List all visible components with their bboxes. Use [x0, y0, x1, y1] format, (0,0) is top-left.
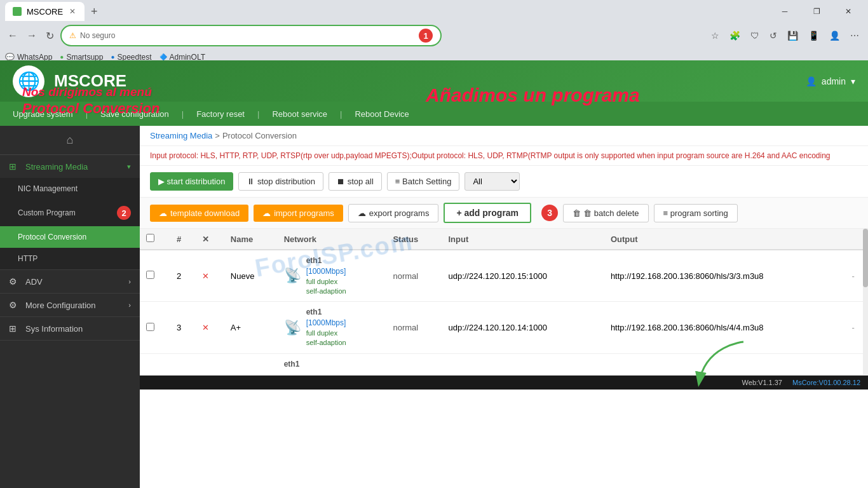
row-network-2: 📡 eth1 [1000Mbps] full duplex self-adapt…	[278, 250, 387, 302]
row-id-4	[170, 353, 196, 375]
config-expand-icon: ›	[128, 301, 131, 309]
back-button[interactable]: ←	[5, 27, 20, 44]
export-icon: ☁	[358, 208, 366, 218]
row-network-3: 📡 eth1 [1000Mbps] full duplex self-adapt…	[278, 302, 387, 353]
step-badge-1: 1	[419, 29, 433, 43]
sidebar-item-nic[interactable]: NIC Management	[0, 178, 140, 200]
start-distribution-button[interactable]: ▶ start distribution	[150, 172, 233, 191]
user-icon: 👤	[806, 76, 817, 86]
import-programs-button[interactable]: ☁ import programs	[254, 205, 343, 222]
filter-select[interactable]: All Running Stopped	[465, 172, 520, 191]
streaming-icon: ⊞	[9, 161, 19, 172]
forward-button[interactable]: →	[24, 27, 39, 44]
programs-table: # ✕ Name Network Status Input Output	[140, 229, 868, 376]
sys-info-label: Sys Information	[25, 324, 83, 334]
app-logo: 🌐	[13, 65, 44, 97]
tablet-icon[interactable]: 📱	[804, 28, 823, 43]
user-dropdown-icon: ▾	[851, 76, 855, 86]
protocol-label: Protocol Conversion	[18, 233, 86, 241]
tab-favicon	[13, 7, 22, 16]
batch-delete-button[interactable]: 🗑 🗑 batch delete	[563, 204, 648, 222]
row-delete-3[interactable]: ✕	[196, 302, 224, 353]
username: admin	[822, 76, 846, 86]
row-output-3: http://192.168.200.136:8060/hls/4/4.m3u8	[604, 302, 846, 353]
smartsupp-dot: ●	[60, 53, 64, 60]
scrollbar[interactable]	[863, 229, 868, 376]
table-row: 2 ✕ Nueve 📡 eth1 [1000Mbps]	[140, 250, 868, 302]
sidebar-label-streaming: Streaming Media	[25, 162, 88, 172]
info-icon: ⊞	[9, 323, 19, 334]
sidebar-item-more-config[interactable]: ⚙ More Configuration ›	[0, 294, 140, 316]
address-input[interactable]: 192.168.203.136:3333/multicast	[119, 31, 415, 41]
export-programs-button[interactable]: ☁ export programs	[348, 204, 439, 222]
row-checkbox-2[interactable]	[146, 271, 154, 279]
nav-reboot-device[interactable]: Reboot Device	[355, 107, 409, 121]
nav-save[interactable]: Save configuration	[100, 107, 169, 121]
new-tab-button[interactable]: +	[86, 3, 103, 21]
nav-reboot-service[interactable]: Reboot service	[272, 107, 327, 121]
sidebar-item-protocol[interactable]: Protocol Conversion	[0, 226, 140, 248]
breadcrumb-current: Protocol Conversion	[222, 131, 297, 140]
network-icon-2: 📡	[284, 268, 301, 284]
no-secure-label: No seguro	[80, 31, 115, 40]
shield-icon[interactable]: 🛡	[747, 28, 763, 43]
network-icon-3: 📡	[284, 320, 301, 336]
browser-tab[interactable]: MSCORE ✕	[5, 2, 85, 21]
adminolt-dot: 🔷	[159, 53, 167, 60]
scrollbar-thumb[interactable]	[863, 229, 868, 287]
row-id-3: 3	[170, 302, 196, 353]
sidebar-item-streaming-media[interactable]: ⊞ Streaming Media ▾	[0, 155, 140, 178]
add-program-button[interactable]: + add program	[444, 203, 531, 223]
refresh-icon[interactable]: ↺	[766, 28, 781, 43]
adv-expand-icon: ›	[128, 278, 131, 285]
menu-icon[interactable]: ⋯	[846, 28, 863, 43]
profile-icon[interactable]: 👤	[825, 28, 844, 43]
nav-factory-reset[interactable]: Factory reset	[196, 107, 245, 121]
star-icon[interactable]: ☆	[707, 28, 723, 43]
select-all-checkbox[interactable]	[146, 234, 154, 242]
row-output-2: http://192.168.200.136:8060/hls/3/3.m3u8	[604, 250, 846, 302]
row-delete-2[interactable]: ✕	[196, 250, 224, 302]
extensions-icon[interactable]: 🧩	[726, 28, 744, 43]
save-icon[interactable]: 💾	[783, 28, 802, 43]
home-icon: ⌂	[67, 133, 74, 147]
adv-icon: ⚙	[9, 276, 19, 287]
step-badge-3: 3	[541, 205, 558, 221]
sidebar-item-http[interactable]: HTTP	[0, 248, 140, 269]
close-window-button[interactable]: ✕	[834, 2, 863, 21]
tab-close-button[interactable]: ✕	[68, 6, 77, 17]
http-label: HTTP	[18, 254, 37, 263]
status-bar: Web:V1.1.37 MsCore:V01.00.28.12	[140, 376, 868, 390]
row-network-4: eth1	[278, 353, 387, 375]
app-title: MSCORE	[54, 71, 126, 91]
row-checkbox-3[interactable]	[146, 323, 154, 331]
stop-distribution-button[interactable]: ⏸ stop distribution	[238, 172, 323, 191]
row-status-3: normal	[386, 302, 442, 353]
security-icon: ⚠	[69, 31, 76, 40]
expand-icon: ▾	[127, 163, 131, 171]
reload-button[interactable]: ↻	[43, 27, 57, 44]
program-sorting-button[interactable]: ≡ program sorting	[654, 204, 738, 222]
sidebar-item-adv[interactable]: ⚙ ADV ›	[0, 270, 140, 293]
row-id-2: 2	[170, 250, 196, 302]
nav-upgrade[interactable]: Upgrade system	[13, 107, 73, 121]
row-name-2: Nueve	[224, 250, 278, 302]
stop-all-button[interactable]: ⏹ stop all	[329, 172, 382, 191]
batch-setting-button[interactable]: ≡ Batch Setting	[387, 172, 460, 191]
minimize-button[interactable]: ─	[770, 2, 799, 21]
row-input-2: udp://224.120.120.15:1000	[442, 250, 604, 302]
breadcrumb: Streaming Media > Protocol Conversion	[140, 126, 868, 146]
custom-label: Custom Program	[18, 208, 76, 217]
user-menu[interactable]: 👤 admin ▾	[806, 76, 855, 86]
step-badge-2: 2	[117, 206, 131, 220]
sidebar-item-custom[interactable]: Custom Program 2	[0, 200, 140, 226]
table-row: 3 ✕ A+ 📡 eth1 [1000Mbps]	[140, 302, 868, 353]
breadcrumb-streaming[interactable]: Streaming Media	[150, 131, 212, 140]
maximize-button[interactable]: ❐	[802, 2, 831, 21]
sidebar-item-sys-info[interactable]: ⊞ Sys Information	[0, 317, 140, 340]
template-download-button[interactable]: ☁ template download	[150, 205, 248, 222]
import-icon: ☁	[262, 208, 271, 218]
web-version: Web:V1.1.37	[742, 379, 782, 386]
sidebar-home[interactable]: ⌂	[0, 126, 140, 155]
row-name-3: A+	[224, 302, 278, 353]
